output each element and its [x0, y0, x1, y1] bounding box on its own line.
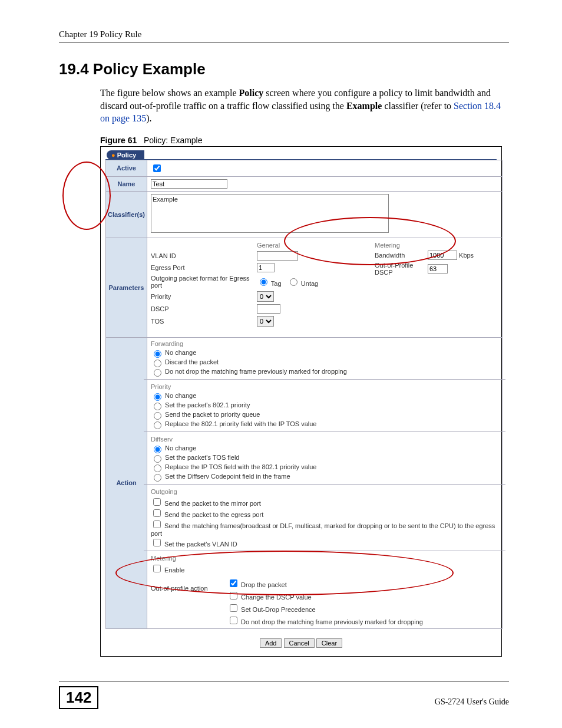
- cb-oop-setoutdrop-label[interactable]: Set Out-Drop Precedence: [227, 606, 316, 613]
- cb-oop-nodrop[interactable]: [230, 617, 237, 624]
- cancel-button[interactable]: Cancel: [284, 638, 315, 648]
- cb-out-mirror[interactable]: [153, 498, 161, 506]
- dscp-input[interactable]: [257, 304, 280, 314]
- radio-pri-nochange[interactable]: [154, 393, 161, 401]
- radio-pri-replace-label[interactable]: Replace the 802.1 priority field with th…: [151, 420, 317, 427]
- diffserv-header: Diffserv: [151, 436, 498, 443]
- label-parameters: Parameters: [106, 238, 147, 337]
- outgoing-header: Outgoing: [151, 488, 498, 495]
- add-button[interactable]: Add: [260, 638, 282, 648]
- guide-name: GS-2724 User's Guide: [435, 697, 509, 707]
- radio-tag-label[interactable]: Tag: [257, 280, 282, 287]
- priority-header: Priority: [151, 383, 498, 390]
- action-metering-header: Metering: [151, 555, 498, 562]
- radio-untag[interactable]: [290, 278, 297, 286]
- body-bold-policy: Policy: [239, 88, 263, 98]
- radio-pri-replace[interactable]: [154, 421, 161, 429]
- oop-dscp-input[interactable]: [428, 264, 448, 274]
- label-tos: TOS: [151, 318, 257, 325]
- forwarding-header: Forwarding: [151, 340, 498, 347]
- figure-title: Policy: Example: [144, 136, 203, 145]
- clear-button[interactable]: Clear: [316, 638, 342, 648]
- section-body: The figure below shows an example Policy…: [100, 87, 509, 125]
- radio-pri-sendqueue[interactable]: [154, 412, 161, 420]
- label-egress-port: Egress Port: [151, 264, 257, 271]
- label-egress-format: Outgoing packet format for Egress port: [151, 275, 257, 289]
- vlan-id-input[interactable]: [257, 251, 298, 261]
- running-head: Chapter 19 Policy Rule: [59, 29, 509, 42]
- label-active: Active: [106, 160, 147, 176]
- egress-port-input[interactable]: [257, 263, 275, 272]
- cb-out-matching-label[interactable]: Send the matching frames(broadcast or DL…: [151, 522, 495, 537]
- radio-pri-set8021p-label[interactable]: Set the packet's 802.1 priority: [151, 401, 250, 409]
- figure-caption: Figure 61 Policy: Example: [100, 136, 509, 145]
- cb-out-egress[interactable]: [153, 509, 161, 517]
- bandwidth-unit: Kbps: [459, 252, 474, 259]
- figure-number: Figure 61: [100, 136, 137, 145]
- metering-header: Metering: [375, 242, 498, 249]
- section-heading: 19.4 Policy Example: [59, 60, 509, 78]
- radio-ds-nochange[interactable]: [154, 446, 161, 453]
- radio-ds-replacetos-label[interactable]: Replace the IP TOS field with the 802.1 …: [151, 463, 317, 470]
- label-oop-dscp: Out-of-Profile DSCP: [375, 262, 428, 276]
- radio-ds-nochange-label[interactable]: No change: [151, 444, 196, 452]
- name-input[interactable]: [151, 179, 227, 189]
- radio-fwd-nodrop-label[interactable]: Do not drop the matching frame previousl…: [151, 368, 347, 375]
- panel-tab-label: Policy: [117, 151, 136, 159]
- radio-fwd-discard-label[interactable]: Discard the packet: [151, 358, 219, 365]
- radio-pri-set8021p[interactable]: [154, 403, 161, 410]
- panel-tab-policy: ● Policy: [107, 150, 144, 160]
- priority-select[interactable]: 0: [257, 291, 274, 302]
- bandwidth-input[interactable]: [428, 251, 457, 260]
- radio-ds-settos-label[interactable]: Set the packet's TOS field: [151, 454, 240, 461]
- cb-oop-nodrop-label[interactable]: Do not drop the matching frame previousl…: [227, 618, 423, 625]
- body-bold-example: Example: [346, 101, 382, 111]
- cb-out-setvlan[interactable]: [153, 539, 161, 546]
- page-number: 142: [59, 686, 98, 709]
- cb-oop-changedscp[interactable]: [230, 592, 237, 599]
- radio-ds-replacetos[interactable]: [154, 465, 161, 472]
- body-text: The figure below shows an example: [100, 88, 239, 98]
- cb-out-egress-label[interactable]: Send the packet to the egress port: [151, 511, 263, 518]
- radio-ds-setdscp[interactable]: [154, 474, 161, 482]
- policy-screenshot: ● Policy Active: [100, 146, 502, 657]
- cb-oop-setoutdrop[interactable]: [230, 604, 237, 612]
- cb-oop-drop-label[interactable]: Drop the packet: [227, 581, 287, 588]
- radio-pri-nochange-label[interactable]: No change: [151, 392, 196, 399]
- label-action: Action: [106, 337, 147, 628]
- radio-pri-sendqueue-label[interactable]: Send the packet to priority queue: [151, 411, 260, 418]
- radio-fwd-nochange-label[interactable]: No change: [151, 349, 196, 356]
- label-out-of-profile-action: Out-of-profile action: [151, 577, 227, 592]
- cb-out-setvlan-label[interactable]: Set the packet's VLAN ID: [151, 541, 237, 548]
- general-header: General: [257, 242, 375, 249]
- classifier-listbox[interactable]: Example: [151, 194, 389, 233]
- cb-metering-enable[interactable]: [153, 565, 161, 572]
- label-bandwidth: Bandwidth: [375, 252, 428, 259]
- cb-oop-drop[interactable]: [230, 579, 237, 587]
- radio-fwd-nodrop[interactable]: [154, 369, 161, 377]
- body-text: classifier (refer to: [382, 101, 454, 111]
- radio-ds-settos[interactable]: [154, 455, 161, 463]
- label-classifiers: Classifier(s): [106, 191, 147, 238]
- radio-untag-label[interactable]: Untag: [287, 280, 318, 287]
- cb-metering-enable-label[interactable]: Enable: [151, 566, 184, 574]
- classifier-item[interactable]: Example: [153, 196, 387, 203]
- tab-bullet-icon: ●: [111, 151, 115, 159]
- label-name: Name: [106, 176, 147, 191]
- body-text: ).: [146, 113, 151, 123]
- label-priority: Priority: [151, 293, 257, 300]
- radio-fwd-nochange[interactable]: [154, 350, 161, 358]
- active-checkbox[interactable]: [153, 164, 161, 172]
- label-vlan-id: VLAN ID: [151, 252, 257, 259]
- tos-select[interactable]: 0: [257, 316, 274, 327]
- radio-fwd-discard[interactable]: [154, 360, 161, 367]
- label-dscp: DSCP: [151, 305, 257, 312]
- radio-tag[interactable]: [260, 278, 267, 286]
- cb-out-mirror-label[interactable]: Send the packet to the mirror port: [151, 500, 261, 507]
- cb-oop-changedscp-label[interactable]: Change the DSCP value: [227, 594, 312, 601]
- radio-ds-setdscp-label[interactable]: Set the Diffserv Codepoint field in the …: [151, 473, 290, 480]
- cb-out-matching[interactable]: [153, 521, 161, 528]
